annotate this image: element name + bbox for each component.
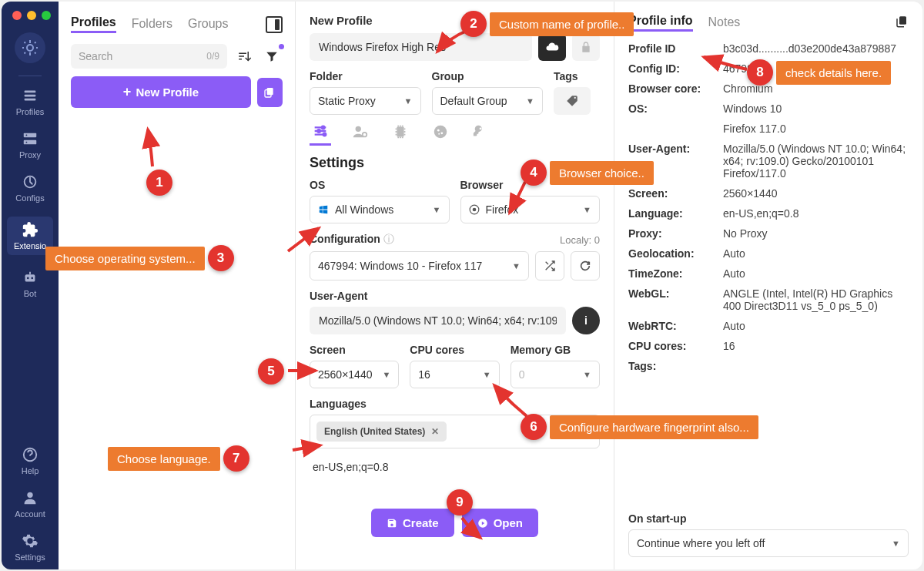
memory-label: Memory GB [511, 344, 600, 356]
nav-extensions[interactable]: Extensio [7, 217, 53, 255]
nav-settings[interactable]: Settings [15, 532, 45, 562]
info-key [628, 123, 717, 135]
tags-button[interactable] [554, 87, 591, 115]
settings-tab-cookies-icon[interactable] [430, 124, 451, 146]
chevron-down-icon: ▼ [404, 96, 413, 106]
os-select[interactable]: All Windows ▼ [310, 196, 450, 223]
svg-point-7 [26, 142, 28, 143]
svg-rect-29 [899, 16, 906, 25]
chevron-down-icon: ▼ [512, 261, 521, 270]
startup-select[interactable]: Continue where you left off ▼ [628, 529, 909, 557]
svg-point-13 [27, 492, 32, 498]
info-value: 16 [723, 340, 909, 352]
settings-tab-general-icon[interactable] [310, 124, 331, 146]
nav-help-label: Help [22, 466, 39, 475]
layout-toggle-icon[interactable] [266, 16, 283, 33]
info-value: No Proxy [723, 227, 909, 240]
settings-tab-account-icon[interactable] [350, 124, 371, 146]
nav-proxy[interactable]: Proxy [19, 130, 41, 160]
close-window-icon[interactable] [12, 11, 22, 20]
lang-header-value: en-US,en;q=0.8 [310, 456, 600, 478]
main-sidebar: Profiles Proxy Configs Extensio Bot Help… [2, 2, 59, 569]
cpu-value: 16 [418, 368, 430, 381]
svg-rect-14 [267, 88, 273, 95]
remove-lang-icon[interactable]: ✕ [431, 426, 439, 437]
tab-profiles[interactable]: Profiles [71, 15, 116, 33]
svg-rect-9 [25, 274, 35, 281]
svg-point-20 [363, 133, 367, 137]
nav-extensions-label: Extensio [14, 241, 46, 250]
group-select[interactable]: Default Group ▼ [432, 87, 544, 115]
maximize-window-icon[interactable] [42, 11, 51, 20]
info-value: Firefox 117.0 [723, 123, 909, 135]
info-grid: Profile IDb3c03d..........d03e200de43a87… [628, 42, 909, 372]
nav-configs[interactable]: Configs [15, 173, 44, 203]
svg-point-18 [323, 133, 326, 136]
svg-point-10 [27, 277, 29, 280]
nav-account-label: Account [15, 509, 45, 519]
chevron-down-icon: ▼ [382, 370, 390, 379]
search-input[interactable]: Search 0/9 [71, 44, 227, 69]
tab-groups[interactable]: Groups [188, 17, 228, 32]
cloud-icon[interactable] [538, 33, 566, 61]
refresh-button[interactable] [571, 251, 600, 280]
nav-profiles[interactable]: Profiles [16, 87, 45, 116]
info-key: CPU cores: [628, 340, 717, 352]
sort-icon[interactable] [233, 45, 255, 67]
lang-label: Languages [310, 398, 600, 410]
window-controls[interactable] [12, 11, 51, 20]
settings-tab-hardware-icon[interactable] [390, 124, 411, 146]
nav-account[interactable]: Account [15, 489, 45, 519]
settings-tab-security-icon[interactable] [470, 124, 491, 146]
minimize-window-icon[interactable] [27, 11, 36, 20]
firefox-icon [469, 204, 480, 215]
svg-point-23 [437, 129, 440, 132]
copy-icon[interactable] [895, 15, 909, 32]
chevron-down-icon: ▼ [526, 96, 534, 106]
svg-rect-5 [24, 140, 37, 145]
reset-link[interactable]: Reset to default [524, 18, 600, 29]
svg-point-17 [317, 129, 320, 133]
info-button[interactable]: i [572, 307, 600, 334]
config-select[interactable]: 467994: Windows 10 - Firefox 117 ▼ [310, 251, 529, 280]
svg-point-24 [440, 132, 443, 134]
profile-editor: New Profile Reset to default Folder Stat… [296, 2, 614, 569]
svg-point-16 [322, 126, 325, 129]
ua-input[interactable] [310, 307, 566, 334]
cpu-select[interactable]: 16 ▼ [410, 361, 499, 388]
cpu-label: CPU cores [410, 344, 499, 356]
shuffle-button[interactable] [535, 251, 564, 280]
clone-profile-button[interactable] [257, 78, 283, 107]
create-button[interactable]: Create [371, 509, 454, 537]
svg-point-0 [27, 45, 33, 51]
info-value: Auto [723, 247, 909, 260]
screen-select[interactable]: 2560×1440 ▼ [310, 361, 399, 388]
info-value: Mozilla/5.0 (Windows NT 10.0; Win64; x64… [723, 143, 909, 180]
nav-settings-label: Settings [15, 553, 45, 562]
profile-name-input[interactable] [310, 33, 532, 61]
nav-bot[interactable]: Bot [22, 269, 38, 298]
svg-point-27 [472, 208, 476, 212]
folder-select[interactable]: Static Proxy ▼ [310, 87, 421, 115]
tab-profile-info[interactable]: Profile info [628, 14, 693, 32]
screen-value: 2560×1440 [318, 368, 372, 381]
svg-point-22 [434, 126, 447, 139]
info-value [723, 360, 909, 372]
tab-notes[interactable]: Notes [708, 15, 741, 31]
tab-folders[interactable]: Folders [132, 17, 172, 32]
svg-point-19 [356, 126, 361, 132]
startup-value: Continue where you left off [637, 537, 765, 549]
nav-help[interactable]: Help [22, 446, 39, 475]
group-value: Default Group [440, 95, 507, 107]
search-placeholder: Search [79, 50, 112, 62]
panel-tabs: Profiles Folders Groups [71, 15, 283, 33]
svg-rect-1 [25, 91, 36, 93]
lock-icon[interactable] [572, 33, 600, 61]
tags-label: Tags [554, 70, 600, 82]
info-key: Tags: [628, 360, 717, 372]
info-panel: Profile info Notes Profile IDb3c03d.....… [614, 2, 922, 569]
filter-icon[interactable] [261, 45, 283, 67]
folder-value: Static Proxy [318, 95, 376, 107]
new-profile-button[interactable]: + New Profile [71, 76, 251, 108]
lang-input[interactable]: English (United States) ✕ [310, 415, 600, 448]
